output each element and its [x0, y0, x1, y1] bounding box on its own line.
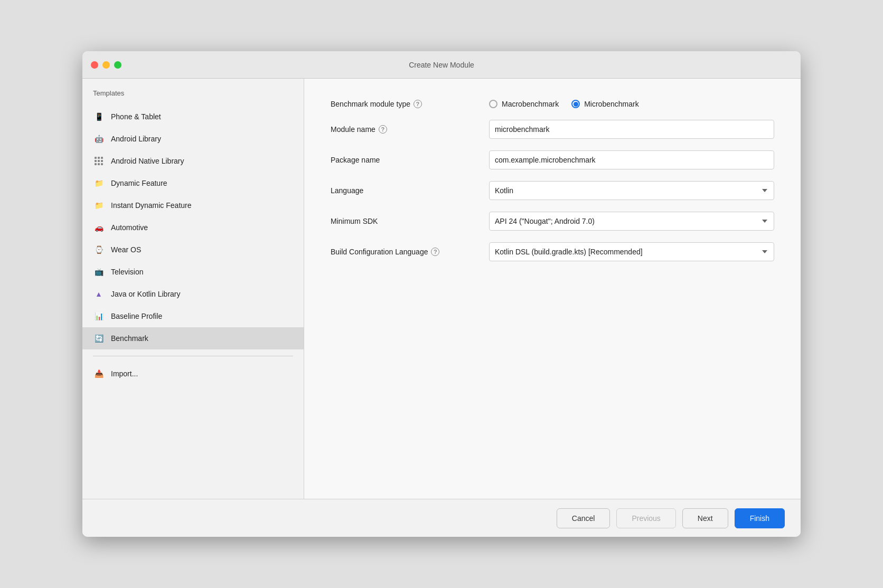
sidebar-item-dynamic-feature[interactable]: Dynamic Feature — [82, 172, 304, 194]
module-name-row: Module name ? — [331, 120, 774, 139]
import-icon — [93, 368, 105, 380]
sidebar-item-android-library[interactable]: Android Library — [82, 128, 304, 150]
android-icon — [93, 133, 105, 145]
minimize-button[interactable] — [102, 61, 110, 69]
sidebar-divider — [93, 356, 293, 356]
sidebar-item-baseline-profile[interactable]: Baseline Profile — [82, 305, 304, 327]
build-config-language-label: Build Configuration Language ? — [331, 248, 489, 256]
sidebar-item-instant-dynamic-feature[interactable]: Instant Dynamic Feature — [82, 194, 304, 216]
build-config-language-row: Build Configuration Language ? Kotlin DS… — [331, 242, 774, 261]
sidebar-item-label: Android Native Library — [111, 157, 184, 165]
sidebar-item-television[interactable]: Television — [82, 261, 304, 283]
native-icon — [93, 155, 105, 167]
language-select[interactable]: Kotlin Java — [489, 181, 774, 200]
tv-icon — [93, 266, 105, 278]
sidebar-item-label: Wear OS — [111, 245, 141, 254]
titlebar: Create New Module — [82, 51, 801, 79]
language-control: Kotlin Java — [489, 181, 774, 200]
macrobenchmark-label: Macrobenchmark — [502, 100, 559, 108]
benchmark-icon — [93, 333, 105, 344]
minimum-sdk-control: API 21 ("Lollipop"; Android 5.0) API 24 … — [489, 212, 774, 231]
sidebar-item-label: Android Library — [111, 135, 161, 143]
sidebar-item-benchmark[interactable]: Benchmark — [82, 327, 304, 349]
minimum-sdk-row: Minimum SDK API 21 ("Lollipop"; Android … — [331, 212, 774, 231]
module-name-help-icon[interactable]: ? — [379, 125, 387, 134]
macrobenchmark-radio[interactable] — [489, 100, 497, 108]
build-config-language-select[interactable]: Kotlin DSL (build.gradle.kts) [Recommend… — [489, 242, 774, 261]
package-name-input[interactable] — [489, 150, 774, 169]
sidebar: Templates Phone & Tablet Android Library — [82, 79, 304, 499]
titlebar-buttons — [91, 61, 121, 69]
build-config-language-control: Kotlin DSL (build.gradle.kts) [Recommend… — [489, 242, 774, 261]
right-panel: Benchmark module type ? Macrobenchmark M… — [304, 79, 801, 499]
sidebar-item-android-native-library[interactable]: Android Native Library — [82, 150, 304, 172]
sidebar-item-phone-tablet[interactable]: Phone & Tablet — [82, 106, 304, 128]
language-label: Language — [331, 186, 489, 195]
sidebar-item-java-kotlin-library[interactable]: Java or Kotlin Library — [82, 283, 304, 305]
package-name-label: Package name — [331, 156, 489, 164]
microbenchmark-option[interactable]: Microbenchmark — [571, 100, 638, 108]
microbenchmark-radio[interactable] — [571, 100, 580, 108]
dialog-title: Create New Module — [409, 61, 474, 69]
package-name-row: Package name — [331, 150, 774, 169]
package-name-control — [489, 150, 774, 169]
module-name-control — [489, 120, 774, 139]
sidebar-item-automotive[interactable]: Automotive — [82, 216, 304, 239]
next-button[interactable]: Next — [682, 508, 728, 528]
footer: Cancel Previous Next Finish — [82, 499, 801, 537]
finish-button[interactable]: Finish — [735, 508, 785, 528]
phone-icon — [93, 111, 105, 122]
cancel-button[interactable]: Cancel — [557, 508, 610, 528]
sidebar-item-label: Benchmark — [111, 334, 148, 343]
baseline-icon — [93, 310, 105, 322]
sidebar-item-label: Import... — [111, 369, 138, 378]
sidebar-item-wear-os[interactable]: Wear OS — [82, 239, 304, 261]
sidebar-item-label: Java or Kotlin Library — [111, 290, 181, 298]
sidebar-item-label: Automotive — [111, 223, 148, 232]
main-content: Templates Phone & Tablet Android Library — [82, 79, 801, 499]
close-button[interactable] — [91, 61, 98, 69]
sidebar-item-label: Baseline Profile — [111, 312, 162, 320]
sidebar-item-label: Phone & Tablet — [111, 112, 161, 121]
create-new-module-dialog: Create New Module Templates Phone & Tabl… — [82, 51, 801, 537]
module-name-input[interactable] — [489, 120, 774, 139]
kotlin-icon — [93, 288, 105, 300]
previous-button[interactable]: Previous — [616, 508, 675, 528]
sidebar-item-label: Instant Dynamic Feature — [111, 201, 192, 210]
wearos-icon — [93, 244, 105, 255]
build-config-language-help-icon[interactable]: ? — [431, 248, 439, 256]
macrobenchmark-option[interactable]: Macrobenchmark — [489, 100, 559, 108]
microbenchmark-label: Microbenchmark — [584, 100, 638, 108]
module-name-label: Module name ? — [331, 125, 489, 134]
maximize-button[interactable] — [114, 61, 121, 69]
benchmark-module-type-control: Macrobenchmark Microbenchmark — [489, 100, 774, 108]
benchmark-module-type-help-icon[interactable]: ? — [414, 100, 422, 108]
sidebar-item-label: Dynamic Feature — [111, 179, 167, 187]
sidebar-header: Templates — [82, 89, 304, 106]
language-row: Language Kotlin Java — [331, 181, 774, 200]
minimum-sdk-select[interactable]: API 21 ("Lollipop"; Android 5.0) API 24 … — [489, 212, 774, 231]
benchmark-module-type-row: Benchmark module type ? Macrobenchmark M… — [331, 100, 774, 108]
dynamic-icon — [93, 177, 105, 189]
benchmark-module-type-label: Benchmark module type ? — [331, 100, 489, 108]
minimum-sdk-label: Minimum SDK — [331, 217, 489, 225]
automotive-icon — [93, 222, 105, 233]
sidebar-item-import[interactable]: Import... — [82, 363, 304, 385]
instant-icon — [93, 200, 105, 211]
sidebar-item-label: Television — [111, 268, 143, 276]
